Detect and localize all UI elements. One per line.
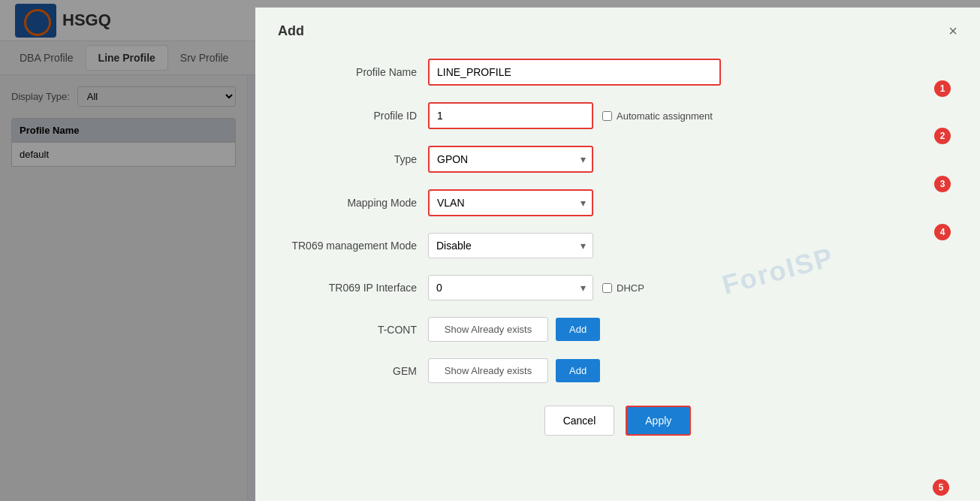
profile-name-row: Profile Name — [278, 59, 957, 86]
tr069-mode-select-wrapper: Disable Enable — [428, 233, 593, 258]
mapping-mode-select[interactable]: VLAN GEM TLS — [428, 189, 593, 216]
automatic-assignment-label: Automatic assignment — [602, 110, 713, 122]
profile-id-control-row: Automatic assignment — [428, 102, 713, 129]
tcont-show-button[interactable]: Show Already exists — [428, 317, 548, 342]
dhcp-label: DHCP — [602, 282, 644, 294]
mapping-mode-label: Mapping Mode — [278, 197, 428, 209]
cancel-button[interactable]: Cancel — [544, 406, 615, 436]
close-button[interactable]: × — [948, 23, 957, 40]
mapping-mode-select-wrapper: VLAN GEM TLS — [428, 189, 593, 216]
modal-footer: Cancel Apply — [278, 406, 957, 436]
profile-name-input[interactable] — [428, 59, 721, 86]
gem-add-button[interactable]: Add — [556, 359, 600, 382]
tcont-controls: Show Already exists Add — [428, 317, 600, 342]
tr069-ip-label: TR069 IP Interface — [278, 282, 428, 294]
type-select-wrapper: GPON EPON XGS-PON — [428, 146, 593, 173]
automatic-assignment-checkbox[interactable] — [602, 111, 612, 121]
dhcp-checkbox[interactable] — [602, 283, 612, 293]
gem-show-button[interactable]: Show Already exists — [428, 358, 548, 383]
gem-controls: Show Already exists Add — [428, 358, 600, 383]
step-badge-4: 4 — [934, 224, 951, 240]
tcont-add-button[interactable]: Add — [556, 318, 600, 341]
apply-button[interactable]: Apply — [626, 406, 691, 436]
add-modal: Add × 1 2 3 4 5 Profile Name Profile ID … — [255, 8, 980, 501]
type-label: Type — [278, 153, 428, 165]
modal-header: Add × — [278, 23, 957, 40]
tcont-row: T-CONT Show Already exists Add — [278, 317, 957, 342]
modal-title: Add — [278, 23, 304, 39]
tr069-mode-row: TR069 management Mode Disable Enable — [278, 233, 957, 258]
tr069-ip-select-wrapper: 0 1 2 — [428, 275, 593, 300]
tr069-mode-select[interactable]: Disable Enable — [428, 233, 593, 258]
step-badge-5: 5 — [933, 479, 949, 496]
tr069-ip-select[interactable]: 0 1 2 — [428, 275, 593, 300]
gem-row: GEM Show Already exists Add — [278, 358, 957, 383]
step-badge-3: 3 — [934, 176, 951, 192]
tr069-mode-label: TR069 management Mode — [278, 240, 428, 252]
tcont-label: T-CONT — [278, 324, 428, 336]
tr069-ip-row: TR069 IP Interface 0 1 2 DHCP — [278, 275, 957, 300]
step-badge-1: 1 — [934, 80, 951, 97]
profile-id-row: Profile ID Automatic assignment — [278, 102, 957, 129]
tr069-ip-control-row: 0 1 2 DHCP — [428, 275, 644, 300]
profile-name-label: Profile Name — [278, 66, 428, 78]
profile-id-label: Profile ID — [278, 110, 428, 122]
gem-label: GEM — [278, 365, 428, 377]
profile-id-input[interactable] — [428, 102, 593, 129]
mapping-mode-row: Mapping Mode VLAN GEM TLS — [278, 189, 957, 216]
type-select[interactable]: GPON EPON XGS-PON — [428, 146, 593, 173]
step-badge-2: 2 — [934, 128, 951, 144]
type-row: Type GPON EPON XGS-PON — [278, 146, 957, 173]
